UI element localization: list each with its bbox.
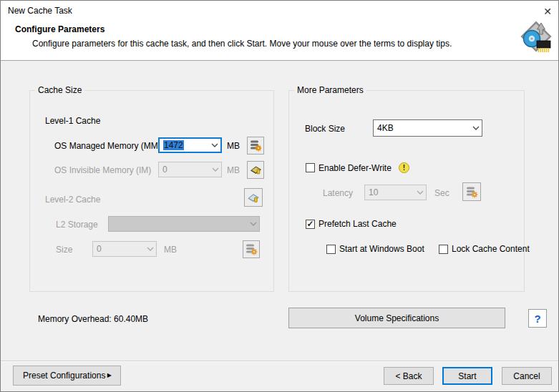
new-cache-task-dialog: New Cache Task ✕ Configure Parameters Co… — [0, 0, 559, 392]
l2-size-combobox: 0 — [92, 241, 157, 257]
combobox-selected-value: 1472 — [163, 140, 184, 150]
l2-storage-label: L2 Storage — [56, 220, 98, 230]
footer-separator-highlight — [1, 361, 558, 362]
start-button[interactable]: Start — [442, 367, 492, 385]
os-invisible-settings-button[interactable] — [247, 161, 264, 179]
window-title: New Cache Task — [8, 6, 72, 16]
combobox-value: 0 — [93, 244, 144, 254]
os-invisible-unit-label: MB — [227, 165, 240, 175]
back-button[interactable]: < Back — [384, 367, 434, 385]
menu-arrow-icon: ▶ — [107, 373, 112, 378]
os-invisible-memory-combobox: 0 — [158, 162, 222, 177]
os-invisible-memory-label: OS Invisible Memory (IM) — [54, 165, 151, 175]
block-size-combobox[interactable]: 4KB — [373, 119, 482, 137]
database-gear-icon — [250, 139, 262, 152]
checkbox-label: Start at Windows Boot — [339, 244, 424, 254]
checkbox-label: Enable Defer-Write — [319, 163, 392, 173]
os-managed-memory-label: OS Managed Memory (MM) — [54, 141, 161, 151]
chevron-down-icon — [470, 120, 482, 136]
question-mark-icon: ? — [534, 313, 540, 325]
os-managed-unit-label: MB — [227, 141, 240, 151]
lock-cache-content-checkbox[interactable]: Lock Cache Content — [439, 244, 530, 254]
volume-specifications-button[interactable]: Volume Specifications — [288, 308, 505, 328]
l2-size-unit-label: MB — [164, 245, 177, 255]
level2-cache-label: Level-2 Cache — [45, 195, 100, 205]
app-logo-icon — [517, 19, 555, 57]
group-more-parameters-label: More Parameters — [294, 85, 366, 95]
combobox-value: 4KB — [374, 123, 470, 133]
combobox-value: 0 — [159, 165, 209, 175]
memory-overhead-label: Memory Overhead: 60.40MB — [38, 314, 148, 324]
os-managed-settings-button[interactable] — [247, 137, 264, 155]
chevron-down-icon — [144, 242, 156, 256]
checkbox-box[interactable] — [306, 163, 315, 172]
l2-size-settings-button[interactable] — [243, 240, 260, 258]
page-subtitle: Configure parameters for this cache task… — [32, 39, 452, 49]
warning-icon: ! — [399, 162, 409, 173]
checkbox-box[interactable]: ✓ — [306, 220, 315, 229]
group-cache-size-label: Cache Size — [35, 85, 84, 95]
checkbox-box[interactable] — [439, 245, 448, 254]
start-at-windows-boot-checkbox[interactable]: Start at Windows Boot — [326, 244, 424, 254]
l2-storage-combobox — [108, 216, 260, 232]
chevron-down-icon — [414, 185, 426, 200]
preset-configurations-button[interactable]: Preset Configurations ▶ — [13, 366, 121, 386]
latency-settings-button[interactable] — [462, 182, 481, 201]
disk-drive-icon — [247, 192, 260, 204]
help-button[interactable]: ? — [528, 309, 547, 328]
latency-unit-label: Sec — [434, 188, 449, 198]
database-gear-icon — [246, 243, 258, 255]
os-managed-memory-combobox[interactable]: 1472 — [158, 137, 222, 153]
chevron-down-icon — [247, 217, 259, 231]
block-size-label: Block Size — [305, 124, 345, 134]
database-gear-icon — [466, 186, 478, 198]
close-icon[interactable]: ✕ — [539, 4, 556, 19]
level1-cache-label: Level-1 Cache — [45, 116, 100, 126]
chevron-down-icon — [209, 162, 221, 177]
combobox-value: 10 — [365, 187, 414, 197]
latency-combobox: 10 — [364, 185, 427, 200]
checkbox-label: Prefetch Last Cache — [319, 219, 397, 229]
enable-defer-write-checkbox[interactable]: Enable Defer-Write ! — [306, 162, 409, 173]
checkbox-label: Lock Cache Content — [452, 244, 530, 254]
latency-label: Latency — [323, 188, 353, 198]
chevron-down-icon — [208, 139, 220, 152]
prefetch-last-cache-checkbox[interactable]: ✓ Prefetch Last Cache — [306, 219, 397, 229]
cancel-button[interactable]: Cancel — [502, 367, 552, 385]
page-title: Configure Parameters — [15, 24, 104, 34]
l2-size-label: Size — [56, 245, 72, 255]
level2-cache-settings-button[interactable] — [244, 188, 263, 207]
ram-chip-icon — [250, 164, 262, 176]
checkbox-box[interactable] — [326, 245, 336, 254]
